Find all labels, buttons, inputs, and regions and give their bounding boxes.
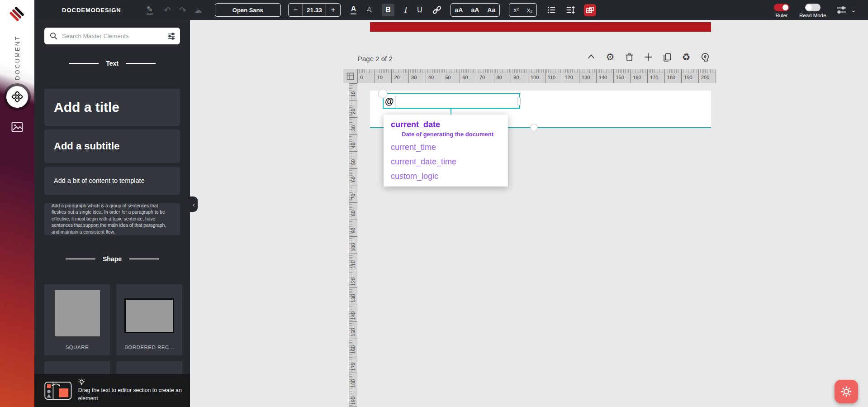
font-family-select[interactable]: Open Sans bbox=[215, 3, 281, 17]
page-actions-toolbar: ⚙ ♻ bbox=[586, 52, 710, 62]
superscript-button[interactable]: x² bbox=[509, 6, 523, 14]
hruler-number: 190 bbox=[684, 75, 692, 80]
previous-page-footer-edge bbox=[370, 22, 711, 32]
hruler-number: 90 bbox=[513, 75, 519, 80]
check-icon: ✓ bbox=[196, 8, 199, 11]
vruler-number: 100 bbox=[350, 244, 356, 250]
smart-suggestion-button[interactable] bbox=[700, 52, 710, 62]
read-mode-toggle-wrap: Read Mode bbox=[799, 4, 826, 18]
chevron-left-icon: ‹ bbox=[193, 201, 195, 208]
line-spacing-button[interactable] bbox=[566, 5, 575, 14]
text-caret bbox=[395, 96, 396, 106]
hruler-number: 180 bbox=[667, 75, 675, 80]
collapse-page-button[interactable] bbox=[586, 52, 596, 62]
fab-settings-button[interactable] bbox=[835, 380, 858, 403]
panel-collapse-handle[interactable]: ‹ bbox=[190, 196, 198, 212]
recycle-content-button[interactable]: ♻ bbox=[681, 52, 691, 62]
app-logo-icon bbox=[8, 5, 25, 23]
vruler-number: 70 bbox=[350, 193, 356, 200]
highlight-color-button[interactable]: A bbox=[366, 6, 372, 14]
search-bar[interactable] bbox=[44, 28, 180, 44]
text-section-heading: Text bbox=[34, 60, 190, 67]
edit-title-icon[interactable]: ✎ bbox=[147, 5, 153, 14]
vruler-number: 120 bbox=[350, 278, 356, 285]
subscript-button[interactable]: x₂ bbox=[523, 6, 536, 14]
hruler-number: 200 bbox=[701, 75, 709, 80]
toggle-knob bbox=[783, 5, 788, 10]
vruler-number: 10 bbox=[350, 91, 356, 97]
add-paragraph-card[interactable]: Add a paragraph which is a group of sent… bbox=[44, 203, 180, 235]
elements-diamonds-icon bbox=[11, 91, 23, 103]
drag-hint-bar: Drag the text to editor section to creat… bbox=[34, 374, 190, 407]
text-color-button[interactable]: A bbox=[351, 5, 357, 14]
add-content-card[interactable]: Add a bit of content to template bbox=[44, 167, 180, 195]
selected-textbox[interactable]: @ bbox=[383, 93, 520, 109]
shape-card-partial[interactable] bbox=[44, 361, 110, 374]
divider-handle[interactable] bbox=[530, 124, 538, 131]
link-button[interactable] bbox=[432, 5, 441, 14]
font-size-increase-button[interactable]: + bbox=[326, 4, 340, 16]
hruler-number: 70 bbox=[479, 75, 485, 80]
textbox-side-handle[interactable] bbox=[517, 97, 521, 105]
head-idea-icon bbox=[701, 53, 710, 62]
shape-square-card[interactable]: SQUARE bbox=[44, 284, 110, 355]
read-mode-toggle[interactable] bbox=[805, 4, 821, 11]
horizontal-ruler: 0102030405060708090100110120130140150160… bbox=[357, 69, 716, 83]
master-elements-panel: Text Add a title Add a subtitle Add a bi… bbox=[34, 20, 190, 407]
sidebar-item-elements[interactable] bbox=[6, 86, 28, 108]
add-subtitle-card[interactable]: Add a subtitle bbox=[44, 129, 180, 163]
bullet-list-button[interactable] bbox=[547, 5, 556, 14]
ruler-toggle-label: Ruler bbox=[775, 13, 787, 18]
image-icon bbox=[11, 122, 23, 132]
capitalize-button[interactable]: Aa bbox=[483, 6, 499, 14]
shape-card-partial[interactable] bbox=[116, 361, 182, 374]
lowercase-button[interactable]: aA bbox=[467, 6, 483, 14]
vruler-number: 20 bbox=[350, 108, 356, 115]
uppercase-button[interactable]: aA bbox=[451, 6, 467, 14]
script-group: x² x₂ bbox=[509, 3, 537, 17]
textbox-corner-handle[interactable] bbox=[378, 89, 388, 98]
gear-icon bbox=[840, 386, 852, 397]
add-title-card[interactable]: Add a title bbox=[44, 89, 180, 126]
duplicate-page-button[interactable] bbox=[662, 52, 672, 62]
hruler-number: 20 bbox=[394, 75, 399, 80]
vruler-number: 130 bbox=[350, 295, 356, 302]
toggle-knob bbox=[806, 5, 812, 10]
hruler-number: 160 bbox=[633, 75, 641, 80]
sidebar-item-images[interactable] bbox=[10, 120, 24, 133]
underline-button[interactable]: U bbox=[417, 6, 422, 14]
text-case-group: aA aA Aa bbox=[451, 3, 500, 17]
vruler-number: 170 bbox=[350, 364, 356, 370]
italic-button[interactable]: I bbox=[404, 5, 407, 15]
top-toolbar: DOCDEMODESIGN ✎ ↶ ↷ ☁✓ Open Sans − 21.33… bbox=[34, 0, 868, 20]
ruler-toggle-wrap: Ruler bbox=[774, 4, 789, 18]
search-filter-icon[interactable] bbox=[167, 33, 175, 40]
dropdown-item-current-date-time[interactable]: current_date_time bbox=[384, 157, 508, 167]
hruler-number: 170 bbox=[650, 75, 658, 80]
hruler-number: 0 bbox=[360, 75, 363, 80]
font-size-value[interactable]: 21.33 bbox=[303, 4, 326, 16]
search-input[interactable] bbox=[62, 33, 167, 39]
bold-button[interactable]: B bbox=[382, 4, 394, 16]
page-settings-button[interactable]: ⚙ bbox=[605, 52, 615, 62]
add-content-label: Add a bit of content to template bbox=[54, 177, 145, 184]
square-label: SQUARE bbox=[66, 345, 89, 350]
read-mode-toggle-label: Read Mode bbox=[799, 13, 826, 18]
insert-table-button[interactable] bbox=[584, 4, 596, 16]
delete-page-button[interactable] bbox=[624, 52, 634, 62]
add-page-button[interactable] bbox=[643, 52, 653, 62]
font-size-decrease-button[interactable]: − bbox=[289, 4, 303, 16]
vruler-number: 30 bbox=[350, 125, 356, 131]
shape-bordered-rect-card[interactable]: BORDERED REC... bbox=[116, 284, 182, 355]
toolbar-options-button[interactable]: ⌄ bbox=[836, 5, 856, 15]
dropdown-item-custom-logic[interactable]: custom_logic bbox=[384, 172, 508, 181]
dropdown-item-current-time[interactable]: current_time bbox=[384, 143, 508, 152]
hruler-number: 50 bbox=[446, 75, 451, 80]
redo-icon[interactable]: ↷ bbox=[179, 6, 186, 14]
variable-suggestion-dropdown: current_date Date of generating the docu… bbox=[384, 115, 508, 187]
undo-icon[interactable]: ↶ bbox=[164, 6, 171, 14]
sliders-icon bbox=[836, 5, 847, 15]
dropdown-item-current-date[interactable]: current_date bbox=[384, 120, 508, 129]
font-size-group: − 21.33 + bbox=[288, 3, 341, 17]
ruler-toggle[interactable] bbox=[774, 4, 789, 11]
